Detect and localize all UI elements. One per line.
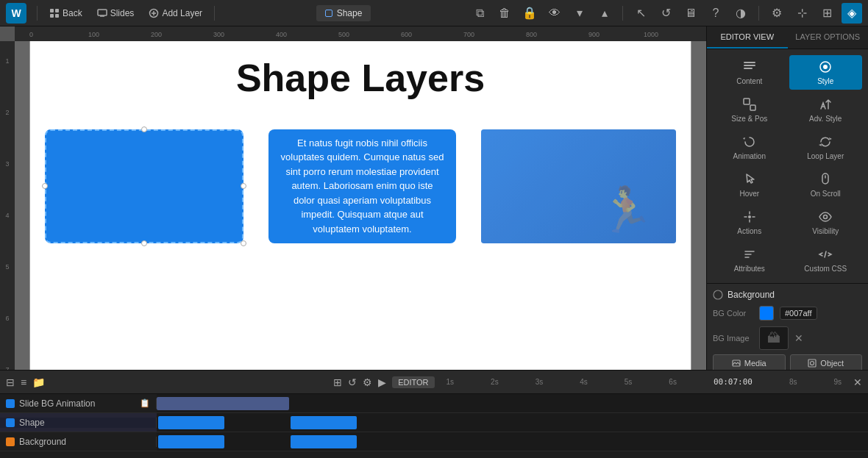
top-toolbar: W Back Slides Add Layer Shape ⧉ 🗑 🔒 👁 ▾ … bbox=[0, 0, 868, 26]
svg-text:4: 4 bbox=[5, 212, 9, 219]
shape-box-2[interactable]: Et natus fugit nobis nihil officiis volu… bbox=[268, 129, 456, 243]
copy-icon-btn[interactable]: ⧉ bbox=[469, 3, 490, 24]
svg-rect-36 bbox=[822, 173, 828, 184]
panel-icon-btn[interactable]: ⊞ bbox=[817, 3, 837, 24]
timeline-tracks: Slide BG Animation 📋 Shape Background bbox=[0, 394, 868, 458]
track-bar-shape-2[interactable] bbox=[291, 416, 357, 429]
bg-color-value[interactable]: #007aff bbox=[780, 307, 817, 320]
ruler-v-ticks: 1 2 3 4 5 6 7 bbox=[0, 41, 15, 370]
svg-text:7: 7 bbox=[5, 366, 9, 370]
shape-box-1[interactable] bbox=[45, 129, 243, 243]
slide-title: Shape Layers bbox=[30, 56, 691, 100]
option-style[interactable]: Style bbox=[789, 55, 863, 90]
current-time-display: 00:07:00 bbox=[714, 377, 753, 387]
background-section-title: Background bbox=[713, 290, 862, 300]
handle-corner-br[interactable] bbox=[241, 240, 246, 246]
ruler-h: 0 100 200 300 400 500 600 700 800 900 10… bbox=[15, 26, 706, 41]
handle-left[interactable] bbox=[42, 183, 48, 189]
svg-point-40 bbox=[714, 290, 722, 299]
chevron-down-icon-btn[interactable]: ▾ bbox=[569, 3, 590, 24]
option-content[interactable]: Content bbox=[713, 55, 786, 90]
back-icon bbox=[49, 8, 60, 18]
option-attributes[interactable]: Attributes bbox=[713, 243, 786, 277]
background-globe-icon bbox=[713, 290, 723, 300]
timeline-refresh-icon[interactable]: ↺ bbox=[348, 376, 357, 388]
tab-editor-view[interactable]: EDITOR VIEW bbox=[707, 26, 788, 49]
option-visibility[interactable]: Visibility bbox=[789, 205, 863, 240]
chevron-up-icon-btn[interactable]: ▴ bbox=[594, 3, 615, 24]
track-bar-bg-1[interactable] bbox=[158, 435, 224, 448]
monitor-icon-btn[interactable]: 🖥 bbox=[680, 3, 701, 24]
trash-icon-btn[interactable]: 🗑 bbox=[494, 3, 515, 24]
custom-css-icon bbox=[818, 247, 833, 262]
undo-icon-btn[interactable]: ↺ bbox=[655, 3, 676, 24]
back-button[interactable]: Back bbox=[43, 5, 88, 21]
right-panel: EDITOR VIEW LAYER OPTIONS Content Style … bbox=[706, 26, 868, 370]
svg-text:400: 400 bbox=[276, 31, 287, 38]
svg-text:700: 700 bbox=[463, 31, 474, 38]
svg-point-33 bbox=[823, 65, 828, 69]
contrast-icon-btn[interactable]: ◑ bbox=[730, 3, 751, 24]
timeline-settings-icon[interactable]: ⚙ bbox=[363, 376, 372, 388]
option-on-scroll[interactable]: On Scroll bbox=[789, 168, 863, 202]
timeline-folder-icon[interactable]: 📁 bbox=[32, 376, 45, 388]
main-area: 0 100 200 300 400 500 600 700 800 900 10… bbox=[0, 26, 868, 370]
timeline: ⊟ ≡ 📁 ⊞ ↺ ⚙ ▶ EDITOR 1s 2s 3s 4s 5s 6s 0… bbox=[0, 370, 868, 458]
timeline-layers-icon[interactable]: ⊟ bbox=[6, 376, 15, 388]
svg-rect-4 bbox=[98, 10, 107, 15]
bg-color-swatch[interactable] bbox=[759, 306, 774, 321]
track-label-shape: Shape bbox=[0, 418, 157, 428]
shape-box-3[interactable]: 🏃 bbox=[481, 129, 676, 243]
bg-image-close[interactable]: ✕ bbox=[794, 332, 803, 344]
tab-layer-options[interactable]: LAYER OPTIONS bbox=[788, 26, 869, 49]
layers-icon-btn[interactable]: ◈ bbox=[842, 3, 862, 24]
track-bar-shape-1[interactable] bbox=[158, 416, 224, 429]
track-bar-slide-bg[interactable] bbox=[157, 397, 289, 410]
shape-tab[interactable]: Shape bbox=[316, 5, 371, 21]
logo-icon[interactable]: W bbox=[6, 3, 26, 24]
option-loop-layer[interactable]: Loop Layer bbox=[789, 130, 863, 165]
bg-image-label: BG Image bbox=[713, 334, 753, 343]
svg-point-43 bbox=[811, 362, 814, 365]
panel-options-grid: Content Style Size & Pos Adv. Style Anim… bbox=[707, 49, 868, 284]
svg-text:100: 100 bbox=[88, 31, 99, 38]
share-icon-btn[interactable]: ⊹ bbox=[791, 3, 812, 24]
style-icon bbox=[818, 60, 833, 74]
object-button[interactable]: Object bbox=[790, 354, 863, 370]
handle-top[interactable] bbox=[141, 126, 147, 132]
shape-tab-dot bbox=[325, 10, 332, 17]
timeline-play-icon[interactable]: ▶ bbox=[378, 376, 386, 388]
svg-rect-30 bbox=[744, 65, 755, 66]
background-section: Background BG Color #007aff BG Image 🏔 ✕ bbox=[707, 284, 868, 370]
option-size-pos[interactable]: Size & Pos bbox=[713, 93, 786, 127]
add-layer-button[interactable]: Add Layer bbox=[143, 5, 208, 21]
track-bar-bg-2[interactable] bbox=[291, 435, 357, 448]
media-button[interactable]: Media bbox=[713, 354, 786, 370]
slide-canvas: Shape Layers bbox=[29, 33, 691, 371]
track-slide-expand[interactable]: 📋 bbox=[140, 398, 150, 408]
help-icon-btn[interactable]: ? bbox=[705, 3, 726, 24]
svg-rect-31 bbox=[744, 68, 753, 69]
attributes-icon bbox=[742, 247, 757, 262]
settings-icon-btn[interactable]: ⚙ bbox=[766, 3, 787, 24]
handle-right[interactable] bbox=[241, 183, 246, 189]
handle-bottom[interactable] bbox=[141, 240, 147, 246]
option-actions[interactable]: Actions bbox=[713, 205, 786, 240]
svg-rect-35 bbox=[750, 105, 755, 110]
timeline-list-icon[interactable]: ≡ bbox=[21, 376, 26, 388]
option-animation[interactable]: Animation bbox=[713, 130, 786, 165]
cursor-icon-btn[interactable]: ↖ bbox=[630, 3, 651, 24]
track-timeline-slide-bg bbox=[157, 394, 868, 412]
slides-button[interactable]: Slides bbox=[91, 5, 140, 21]
timeline-grid-icon[interactable]: ⊞ bbox=[333, 376, 342, 388]
svg-text:600: 600 bbox=[401, 31, 412, 38]
timeline-close-icon[interactable]: ✕ bbox=[853, 376, 862, 388]
option-custom-css[interactable]: Custom CSS bbox=[789, 243, 863, 277]
option-adv-style[interactable]: Adv. Style bbox=[789, 93, 863, 127]
lock-icon-btn[interactable]: 🔒 bbox=[519, 3, 540, 24]
eye-icon-btn[interactable]: 👁 bbox=[544, 3, 565, 24]
option-hover[interactable]: Hover bbox=[713, 168, 786, 202]
on-scroll-icon bbox=[818, 172, 833, 187]
sep1 bbox=[37, 6, 38, 21]
sep4 bbox=[758, 6, 759, 21]
